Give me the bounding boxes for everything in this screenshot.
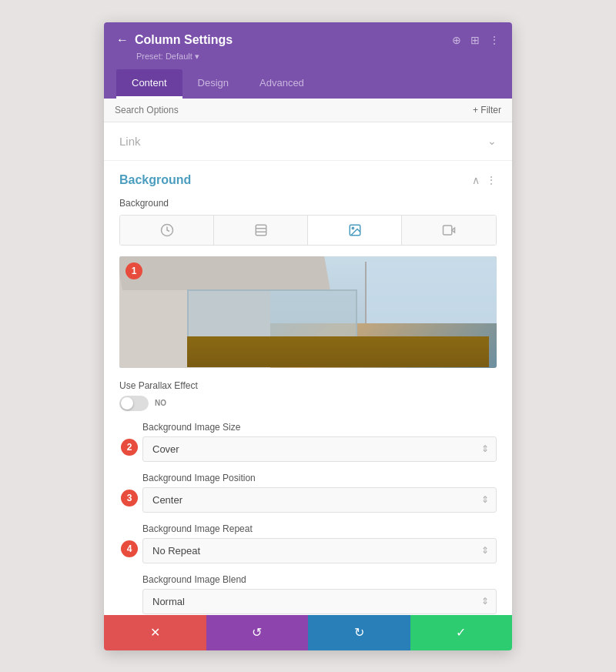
building-scene <box>119 256 497 368</box>
save-preset-icon[interactable]: ⊕ <box>452 34 461 46</box>
svg-rect-0 <box>256 225 266 236</box>
content-area: Link ⌄ Background ∧ ⋮ Background <box>104 122 512 615</box>
more-icon[interactable]: ⋮ <box>489 34 500 46</box>
cancel-button[interactable]: ✕ <box>104 615 206 650</box>
filter-button[interactable]: + Filter <box>473 105 501 115</box>
step-badge-2: 2 <box>121 439 138 456</box>
tab-advanced[interactable]: Advanced <box>244 69 320 99</box>
layout-icon[interactable]: ⊞ <box>470 34 480 46</box>
confirm-button[interactable]: ✓ <box>410 615 513 650</box>
bg-repeat-field-group: 4 Background Image Repeat No Repeat Repe… <box>142 523 497 563</box>
header-icons: ⊕ ⊞ ⋮ <box>452 34 500 46</box>
parallax-toggle-value: NO <box>155 399 166 407</box>
link-chevron-icon: ⌄ <box>487 135 497 147</box>
tab-content[interactable]: Content <box>116 69 182 99</box>
tab-design[interactable]: Design <box>182 69 244 99</box>
parallax-toggle-row: Use Parallax Effect NO <box>119 380 497 411</box>
parallax-label: Use Parallax Effect <box>119 380 497 391</box>
step-badge-3: 3 <box>121 490 138 507</box>
column-settings-panel: ← Column Settings ⊕ ⊞ ⋮ Preset: Default … <box>104 22 512 650</box>
background-section-header: Background ∧ ⋮ <box>119 173 497 187</box>
background-section: Background ∧ ⋮ Background <box>104 161 512 615</box>
background-type-tabs <box>119 215 497 246</box>
header-top: ← Column Settings ⊕ ⊞ ⋮ <box>116 33 500 47</box>
background-collapse-icon[interactable]: ∧ <box>472 174 480 186</box>
redo-button[interactable]: ↻ <box>308 615 410 650</box>
background-more-icon[interactable]: ⋮ <box>486 174 497 186</box>
preview-image <box>119 256 497 368</box>
panel-title: Column Settings <box>135 33 233 47</box>
search-bar: + Filter <box>104 99 512 122</box>
panel-header: ← Column Settings ⊕ ⊞ ⋮ Preset: Default … <box>104 22 512 99</box>
bg-position-select[interactable]: Center Top Left Top Center Top Right Cen… <box>142 487 497 513</box>
parallax-toggle[interactable] <box>119 396 149 411</box>
bg-type-color[interactable] <box>120 216 214 245</box>
bg-blend-field-group: Background Image Blend Normal Multiply S… <box>142 574 497 614</box>
background-section-title: Background <box>119 173 191 187</box>
bg-size-select[interactable]: Cover Contain Auto Custom <box>142 436 497 462</box>
svg-rect-5 <box>444 226 452 235</box>
toggle-knob <box>121 397 133 410</box>
bg-blend-label: Background Image Blend <box>142 574 497 585</box>
link-section-title: Link <box>119 135 141 148</box>
bg-type-video[interactable] <box>402 216 496 245</box>
bg-position-select-wrapper: Center Top Left Top Center Top Right Cen… <box>142 487 497 513</box>
background-image-preview[interactable]: 1 <box>119 256 497 368</box>
link-section[interactable]: Link ⌄ <box>104 122 512 161</box>
bg-position-field-group: 3 Background Image Position Center Top L… <box>142 473 497 513</box>
bg-repeat-select-wrapper: No Repeat Repeat Repeat X Repeat Y Space… <box>142 538 497 563</box>
tabs-bar: Content Design Advanced <box>116 69 500 99</box>
bg-repeat-select[interactable]: No Repeat Repeat Repeat X Repeat Y Space… <box>142 538 497 563</box>
undo-button[interactable]: ↺ <box>206 615 309 650</box>
bg-position-label: Background Image Position <box>142 473 497 483</box>
bg-repeat-label: Background Image Repeat <box>142 523 497 534</box>
search-input[interactable] <box>115 105 269 115</box>
background-label: Background <box>119 198 497 209</box>
bg-size-select-wrapper: Cover Contain Auto Custom ⇕ <box>142 436 497 462</box>
bg-type-image[interactable] <box>308 216 402 245</box>
back-icon[interactable]: ← <box>116 33 129 47</box>
step-badge-4: 4 <box>121 540 138 557</box>
bg-size-field-group: 2 Background Image Size Cover Contain Au… <box>142 422 497 462</box>
background-section-icons: ∧ ⋮ <box>472 174 497 186</box>
header-left: ← Column Settings <box>116 33 233 47</box>
fields-container: 2 Background Image Size Cover Contain Au… <box>119 422 497 614</box>
bg-blend-select-wrapper: Normal Multiply Screen Overlay Darken Li… <box>142 589 497 614</box>
wood-deck <box>187 336 489 368</box>
bg-type-gradient[interactable] <box>214 216 308 245</box>
bg-size-label: Background Image Size <box>142 422 497 433</box>
svg-point-4 <box>352 227 353 229</box>
step-badge-1: 1 <box>126 262 142 279</box>
glass-panel <box>365 262 497 323</box>
preset-label[interactable]: Preset: Default ▾ <box>116 52 500 62</box>
bg-blend-select[interactable]: Normal Multiply Screen Overlay Darken Li… <box>142 589 497 614</box>
parallax-toggle-container: NO <box>119 396 497 411</box>
footer-actions: ✕ ↺ ↻ ✓ <box>104 615 512 650</box>
wall-top <box>119 256 330 290</box>
